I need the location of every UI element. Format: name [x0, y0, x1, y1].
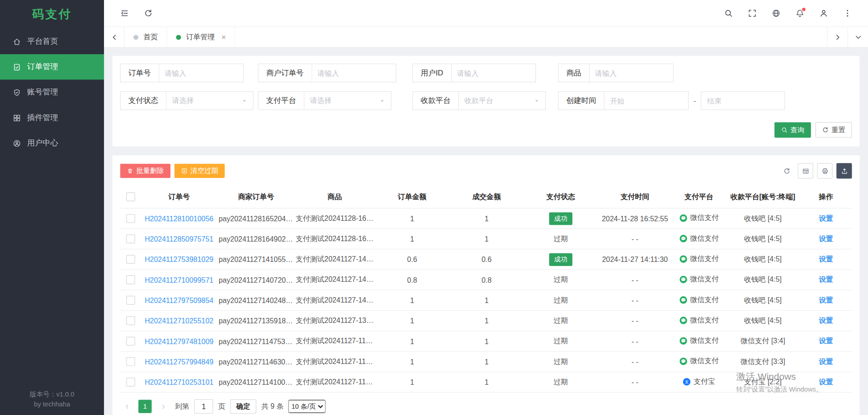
tab-scroll-left-icon[interactable] — [104, 27, 124, 47]
filter-panel: 订单号 商户订单号 用户ID 商品 支付状态 — [113, 56, 860, 147]
order-no-input[interactable] — [159, 64, 243, 83]
pay-platform-select[interactable]: 请选择 — [304, 91, 391, 110]
row-settings-link[interactable]: 设置 — [819, 357, 833, 365]
row-settings-link[interactable]: 设置 — [819, 296, 833, 304]
order-no-link[interactable]: H2024112710099571 — [145, 275, 213, 284]
goto-confirm-button[interactable]: 确定 — [230, 399, 256, 414]
row-settings-link[interactable]: 设置 — [819, 316, 833, 324]
row-settings-link[interactable]: 设置 — [819, 337, 833, 345]
platform-cell: 支 微信支付 — [679, 356, 719, 366]
export-icon[interactable] — [836, 163, 852, 178]
pay-status-select[interactable]: 请选择 — [167, 91, 254, 110]
search-icon[interactable] — [719, 4, 738, 23]
sidebar-menu: 平台首页 订单管理 账号管理 插件管理 用户中心 — [0, 29, 104, 156]
goto-page-input[interactable] — [194, 399, 213, 414]
next-page-icon[interactable] — [157, 400, 170, 413]
row-checkbox[interactable] — [126, 317, 135, 326]
row-checkbox[interactable] — [126, 214, 135, 223]
column-settings-icon[interactable] — [797, 163, 813, 178]
page-size-select[interactable]: 10 条/页 — [289, 400, 326, 413]
row-checkbox[interactable] — [126, 235, 135, 244]
pay-time: - - — [598, 290, 672, 310]
more-options-icon[interactable] — [838, 4, 857, 23]
tab-scroll-right-icon[interactable] — [827, 27, 847, 47]
row-checkbox[interactable] — [126, 296, 135, 305]
language-globe-icon[interactable] — [767, 4, 786, 23]
product-input[interactable] — [590, 64, 674, 83]
product-name: 支付测试20241127-140... — [294, 270, 375, 290]
col-header-receive-platform: 收款平台[账号:终端] — [726, 186, 800, 208]
order-no-link[interactable]: H2024112797481009 — [145, 337, 213, 345]
table-header-row: 订单号 商家订单号 商品 订单金额 成交金额 支付状态 支付时间 支付平台 收款… — [120, 186, 852, 208]
paid-amount: 1 — [449, 311, 524, 331]
paid-amount: 1 — [449, 290, 524, 310]
search-button[interactable]: 查询 — [774, 122, 811, 138]
row-checkbox[interactable] — [126, 378, 135, 387]
col-header-pay-time: 支付时间 — [598, 186, 672, 208]
sidebar-item-order-management[interactable]: 订单管理 — [0, 54, 104, 79]
pay-time: - - — [598, 311, 672, 331]
receive-platform-select[interactable]: 收款平台 — [459, 91, 546, 110]
clear-expired-button[interactable]: 清空过期 — [175, 163, 225, 178]
select-all-checkbox[interactable] — [126, 192, 135, 201]
order-no-link[interactable]: H2024112810010056 — [145, 214, 213, 222]
refresh-page-icon[interactable] — [139, 4, 158, 23]
table-row: H2024112810010056 pay2024112816520491...… — [120, 208, 852, 228]
tab-label: 首页 — [143, 32, 158, 42]
receiver-platform: 收钱吧 [4:5] — [726, 270, 800, 290]
close-tab-icon[interactable]: × — [222, 33, 226, 41]
print-icon[interactable] — [817, 163, 832, 178]
fullscreen-icon[interactable] — [743, 4, 762, 23]
order-no-link[interactable]: H2024112710253101 — [145, 378, 213, 386]
page-unit-label: 页 — [218, 401, 225, 411]
status-badge: 过期 — [553, 275, 568, 285]
row-settings-link[interactable]: 设置 — [819, 275, 833, 284]
order-no-link[interactable]: H2024112753981029 — [145, 255, 213, 263]
batch-delete-button[interactable]: 批量删除 — [120, 163, 170, 178]
user-profile-icon[interactable] — [814, 4, 833, 23]
row-checkbox[interactable] — [126, 255, 135, 264]
row-settings-link[interactable]: 设置 — [819, 214, 833, 222]
order-no-link[interactable]: H2024112757994849 — [145, 358, 213, 366]
product-name: 支付测试20241128-165... — [294, 208, 375, 228]
order-no-link[interactable]: H2024112797509854 — [145, 296, 213, 304]
sidebar-item-plugin-management[interactable]: 插件管理 — [0, 105, 104, 131]
order-no-link[interactable]: H2024112710255102 — [145, 317, 213, 325]
sidebar-item-account-management[interactable]: 账号管理 — [0, 79, 104, 105]
merchant-order-no-input[interactable] — [312, 64, 396, 83]
pay-time: 2024-11-27 14:11:30 — [598, 249, 672, 270]
row-checkbox[interactable] — [126, 275, 135, 284]
prev-page-icon[interactable] — [120, 400, 133, 413]
platform-name: 微信支付 — [690, 336, 719, 346]
topbar-left — [115, 4, 158, 23]
create-time-start-input[interactable] — [604, 91, 689, 110]
table-refresh-icon[interactable] — [779, 163, 794, 178]
caret-down-icon — [533, 98, 539, 103]
platform-name: 微信支付 — [690, 254, 719, 264]
create-time-end-input[interactable] — [701, 91, 785, 110]
order-no-filter-label: 订单号 — [120, 64, 159, 83]
platform-name: 微信支付 — [690, 233, 719, 243]
tab-menu-dropdown-icon[interactable] — [848, 27, 868, 47]
merchant-order-no: pay2024112714024850... — [217, 290, 294, 310]
platform-cell: 支 微信支付 — [679, 315, 719, 325]
row-checkbox[interactable] — [126, 337, 135, 346]
row-settings-link[interactable]: 设置 — [819, 234, 833, 242]
notification-bell-icon[interactable] — [791, 4, 810, 23]
row-settings-link[interactable]: 设置 — [819, 255, 833, 263]
pay-platform-filter-label: 支付平台 — [258, 91, 305, 110]
order-no-link[interactable]: H2024112850975751 — [145, 235, 213, 243]
current-page-button[interactable]: 1 — [138, 400, 151, 413]
sidebar-item-platform-home[interactable]: 平台首页 — [0, 29, 104, 54]
row-checkbox[interactable] — [126, 357, 135, 366]
row-settings-link[interactable]: 设置 — [819, 378, 833, 386]
tab-home[interactable]: 首页 — [125, 27, 167, 47]
reset-button[interactable]: 重置 — [816, 122, 852, 138]
sidebar: 码支付 平台首页 订单管理 账号管理 插件管理 用户中心 — [0, 0, 104, 415]
user-id-input[interactable] — [452, 64, 536, 83]
collapse-sidebar-icon[interactable] — [115, 4, 134, 23]
shield-icon — [13, 88, 21, 96]
wechat-pay-icon — [679, 336, 687, 345]
sidebar-item-user-center[interactable]: 用户中心 — [0, 131, 104, 156]
tab-order-management[interactable]: 订单管理 × — [167, 27, 236, 47]
